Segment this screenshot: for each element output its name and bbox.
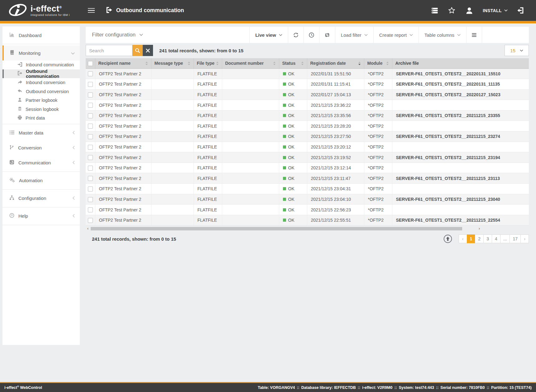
table-row[interactable]: OFTP2 Test Partner 2FLATFILEOK2021/12/15… bbox=[86, 100, 529, 111]
page-size-select[interactable]: 15 bbox=[505, 45, 529, 56]
sidebar-item-session-logbook[interactable]: Session logbook bbox=[2, 105, 80, 114]
table-row[interactable]: OFTP2 Test Partner 2FLATFILEOK2021/12/15… bbox=[86, 194, 529, 205]
outbound-communication-icon bbox=[17, 71, 22, 77]
search-button[interactable] bbox=[132, 45, 143, 56]
pagination-next[interactable]: › bbox=[520, 234, 529, 243]
table-row[interactable]: OFTP2 Test Partner 2FLATFILEOK2021/12/15… bbox=[86, 184, 529, 194]
table-row[interactable]: OFTP2 Test Partner 2FLATFILEOK2021/12/15… bbox=[86, 205, 529, 215]
cell-registration-date: 2021/12/15 23:27:50 bbox=[307, 131, 364, 142]
pagination-page-4[interactable]: 4 bbox=[492, 234, 500, 243]
refresh-button[interactable] bbox=[288, 27, 304, 43]
row-checkbox[interactable] bbox=[88, 218, 93, 223]
table-row[interactable]: OFTP2 Test Partner 2FLATFILEOK2022/01/31… bbox=[86, 79, 529, 90]
pagination-page-1[interactable]: 1 bbox=[467, 234, 476, 243]
row-checkbox[interactable] bbox=[88, 155, 93, 160]
row-checkbox[interactable] bbox=[88, 103, 93, 108]
cell-file-type: FLATFILE bbox=[194, 163, 222, 173]
sidebar-item-monitoring[interactable]: Monitoring bbox=[2, 45, 80, 60]
sidebar-item-configuration[interactable]: Configuration bbox=[2, 191, 80, 206]
pagination-page-17[interactable]: 17 bbox=[510, 234, 521, 243]
column-header-module[interactable]: Module bbox=[364, 58, 392, 68]
row-checkbox[interactable] bbox=[88, 124, 93, 129]
table-row[interactable]: OFTP2 Test Partner 2FLATFILEOK2022/01/31… bbox=[86, 68, 529, 79]
column-header-message_type[interactable]: Message type bbox=[151, 58, 194, 68]
table-row[interactable]: OFTP2 Test Partner 2FLATFILEOK2021/12/15… bbox=[86, 163, 529, 173]
table-row[interactable]: OFTP2 Test Partner 2FLATFILEOK2021/12/15… bbox=[86, 173, 529, 184]
sidebar-item-partner-logbook[interactable]: Partner logbook bbox=[2, 96, 80, 105]
create-report-button[interactable]: Create report bbox=[373, 27, 419, 43]
live-view-button[interactable]: Live view bbox=[249, 27, 288, 43]
pagination-prev[interactable]: ‹ bbox=[459, 234, 467, 243]
server-icon[interactable] bbox=[426, 7, 443, 14]
row-checkbox[interactable] bbox=[88, 207, 93, 212]
scroll-to-top-button[interactable] bbox=[443, 234, 452, 243]
table-row[interactable]: OFTP2 Test Partner 2FLATFILEOK2022/01/27… bbox=[86, 89, 529, 100]
sort-icon bbox=[273, 61, 276, 65]
scroll-left-arrow[interactable]: ‹ bbox=[86, 226, 90, 231]
cell-file-type: FLATFILE bbox=[194, 173, 222, 184]
transfer-button[interactable] bbox=[319, 27, 335, 43]
row-checkbox[interactable] bbox=[88, 187, 93, 191]
column-header-file_type[interactable]: File type bbox=[194, 58, 222, 68]
pagination-page-...[interactable]: ... bbox=[500, 234, 510, 243]
sidebar-item-automation[interactable]: Automation bbox=[2, 173, 80, 188]
scrollbar-thumb[interactable] bbox=[91, 227, 462, 230]
row-checkbox[interactable] bbox=[88, 134, 93, 139]
menu-toggle-icon[interactable] bbox=[86, 5, 97, 16]
sidebar-item-outbound-communication[interactable]: Outbound communication bbox=[2, 69, 80, 78]
table-row[interactable]: OFTP2 Test Partner 2FLATFILEOK2021/12/15… bbox=[86, 121, 529, 131]
sidebar-item-outbound-conversion[interactable]: Outbound conversion bbox=[2, 87, 80, 96]
search-input[interactable] bbox=[86, 45, 132, 56]
column-header-archive_file[interactable]: Archive file bbox=[392, 58, 529, 68]
favorite-star-icon[interactable] bbox=[443, 7, 460, 14]
cell-file-type: FLATFILE bbox=[194, 121, 222, 131]
sidebar-item-dashboard[interactable]: Dashboard bbox=[2, 28, 80, 43]
load-filter-button[interactable]: Load filter bbox=[335, 27, 373, 43]
table-row[interactable]: OFTP2 Test Partner 2FLATFILEOK2021/12/15… bbox=[86, 131, 529, 142]
row-checkbox[interactable] bbox=[88, 82, 93, 87]
scrollbar-track[interactable] bbox=[90, 227, 477, 230]
sidebar-item-master-data[interactable]: Master data bbox=[2, 125, 80, 140]
cell-module: *OFTP2 bbox=[364, 89, 392, 100]
table-columns-button[interactable]: Table columns bbox=[419, 27, 466, 43]
row-checkbox[interactable] bbox=[88, 166, 93, 171]
clear-search-button[interactable] bbox=[143, 45, 153, 56]
table-row[interactable]: OFTP2 Test Partner 2FLATFILEOK2021/12/15… bbox=[86, 215, 529, 225]
schedule-button[interactable] bbox=[304, 27, 319, 43]
row-checkbox[interactable] bbox=[88, 176, 93, 181]
pagination-page-2[interactable]: 2 bbox=[475, 234, 484, 243]
logout-icon[interactable] bbox=[512, 7, 529, 14]
sidebar-item-inbound-communication[interactable]: Inbound communication bbox=[2, 60, 80, 69]
select-all-checkbox[interactable] bbox=[88, 61, 93, 66]
table-row[interactable]: OFTP2 Test Partner 2FLATFILEOK2021/12/15… bbox=[86, 110, 529, 121]
inbound-conversion-icon bbox=[17, 80, 22, 86]
list-icon bbox=[471, 32, 477, 38]
user-menu-install[interactable]: INSTALL bbox=[478, 8, 512, 13]
sidebar-item-print-data[interactable]: Print data bbox=[2, 114, 80, 123]
pagination-page-3[interactable]: 3 bbox=[483, 234, 492, 243]
table-row[interactable]: OFTP2 Test Partner 2FLATFILEOK2021/12/15… bbox=[86, 152, 529, 163]
row-checkbox[interactable] bbox=[88, 71, 93, 76]
scroll-right-arrow[interactable]: › bbox=[477, 226, 481, 231]
sort-icon bbox=[358, 61, 361, 65]
user-avatar-icon[interactable] bbox=[460, 7, 478, 15]
row-checkbox[interactable] bbox=[88, 197, 93, 202]
row-checkbox[interactable] bbox=[88, 145, 93, 150]
column-header-registration_date[interactable]: Registration date bbox=[307, 58, 364, 68]
cell-message-type bbox=[151, 152, 194, 163]
list-view-button[interactable] bbox=[466, 27, 482, 43]
cell-registration-date: 2022/01/27 15:04:13 bbox=[307, 89, 364, 100]
row-checkbox[interactable] bbox=[88, 92, 93, 97]
sidebar-item-inbound-conversion[interactable]: Inbound conversion bbox=[2, 78, 80, 87]
sidebar-item-conversion[interactable]: Conversion bbox=[2, 140, 80, 155]
column-header-status[interactable]: Status bbox=[279, 58, 307, 68]
column-header-recipient_name[interactable]: Recipient name bbox=[95, 58, 151, 68]
table-row[interactable]: OFTP2 Test Partner 2FLATFILEOK2021/12/15… bbox=[86, 142, 529, 152]
column-header-document_number[interactable]: Document number bbox=[222, 58, 279, 68]
sidebar-item-communication[interactable]: Communication bbox=[2, 155, 80, 170]
filter-configuration-dropdown[interactable]: Filter configuration bbox=[86, 27, 143, 43]
row-checkbox[interactable] bbox=[88, 113, 93, 118]
sidebar-item-help[interactable]: ?Help bbox=[2, 209, 80, 224]
cell-document-number bbox=[222, 152, 279, 163]
brand-logo[interactable]: i-effect® integrated solutions for IBM i bbox=[8, 2, 70, 19]
